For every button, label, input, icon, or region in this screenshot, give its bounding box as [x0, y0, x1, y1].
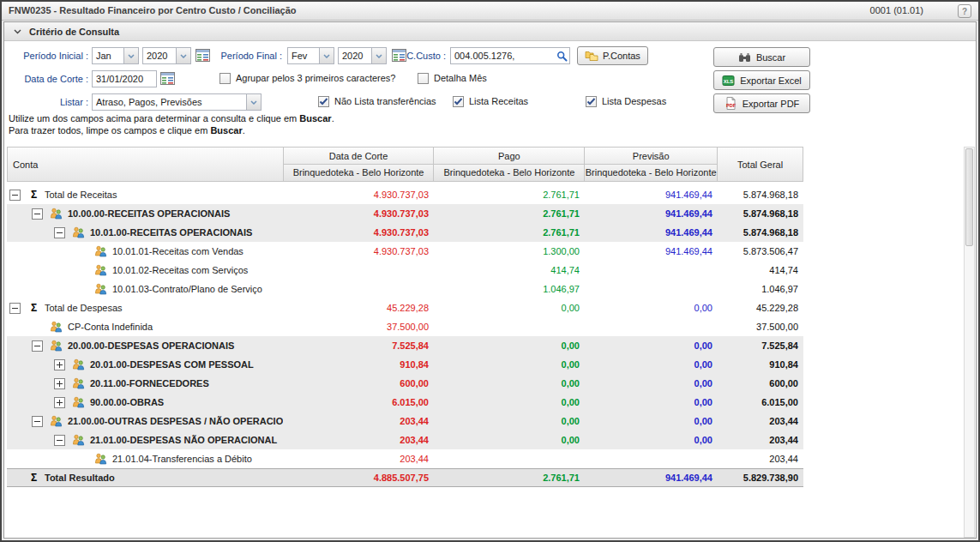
- table-header: Conta Data de Corte Brinquedoteka - Belo…: [7, 147, 803, 182]
- app-window: FNW0235 - Resultado Financeiro por Centr…: [0, 0, 980, 542]
- cell-total: 5.829.738,90: [718, 473, 803, 483]
- scrollbar-thumb[interactable]: [965, 148, 973, 246]
- people-icon: [94, 453, 108, 465]
- group-subtitle: Brinquedoteka - Belo Horizonte: [434, 165, 584, 181]
- collapse-icon[interactable]: [54, 227, 65, 238]
- cell-total: 37.500,00: [718, 322, 803, 332]
- cell-corte: 4.885.507,75: [283, 473, 434, 483]
- account-label: 21.01.04-Transferencias a Débito: [112, 454, 252, 464]
- account-label: Total Resultado: [45, 473, 115, 483]
- nao-lista-transferencias-label: Não Lista transferências: [334, 95, 436, 108]
- lista-despesas-checkbox[interactable]: [586, 96, 597, 107]
- cell-total: 203,44: [718, 435, 803, 445]
- expand-icon[interactable]: [54, 397, 65, 408]
- periodo-final-label: Período Final :: [220, 47, 282, 64]
- calendar-icon[interactable]: [160, 72, 175, 85]
- collapse-icon[interactable]: [32, 208, 43, 220]
- table-row[interactable]: 21.01.04-Transferencias a Débito203,4420…: [7, 449, 803, 468]
- collapse-icon[interactable]: [54, 435, 65, 446]
- periodo-inicial-year-select[interactable]: 2020: [142, 47, 191, 64]
- table-row[interactable]: 10.00.00-RECEITAS OPERACIONAIS4.930.737,…: [7, 204, 803, 223]
- table-row[interactable]: 10.01.02-Receitas com Serviços414,74414,…: [7, 261, 803, 280]
- detalha-mes-checkbox[interactable]: [418, 73, 429, 84]
- listar-select[interactable]: Atraso, Pagos, Previsões: [92, 93, 262, 111]
- group-title: Data de Corte: [284, 148, 434, 165]
- people-icon: [94, 245, 108, 257]
- data-corte-label: Data de Corte :: [6, 70, 88, 87]
- cell-previsao: 941.469,44: [585, 246, 718, 256]
- calendar-icon[interactable]: [195, 49, 210, 62]
- cell-previsao: 0,00: [585, 397, 718, 407]
- people-icon: [72, 377, 86, 389]
- magnifier-icon[interactable]: [556, 51, 568, 63]
- table-row[interactable]: 21.00.00-OUTRAS DESPESAS / NÃO OPERACIO.…: [7, 412, 803, 431]
- account-label: 20.01.00-DESPESAS COM PESSOAL: [90, 359, 254, 370]
- people-icon: [72, 396, 86, 408]
- collapse-icon[interactable]: [32, 340, 43, 352]
- column-group-data-de-corte[interactable]: Data de Corte Brinquedoteka - Belo Horiz…: [284, 148, 435, 181]
- table-row[interactable]: 21.01.00-DESPESAS NÃO OPERACIONAL203,440…: [7, 431, 803, 449]
- dropdown-arrow-icon[interactable]: [371, 48, 386, 63]
- column-group-pago[interactable]: Pago Brinquedoteka - Belo Horizonte: [434, 148, 585, 181]
- periodo-inicial-month-select[interactable]: Jan: [92, 47, 139, 64]
- instruction-line-1: Utilize um dos campos acima para determi…: [9, 113, 334, 123]
- cell-total: 45.229,28: [718, 303, 803, 313]
- cell-previsao: 0,00: [585, 359, 718, 370]
- pcontas-button[interactable]: P.Contas: [577, 46, 648, 65]
- table-row[interactable]: 10.01.00-RECEITAS OPERACIONAIS4.930.737,…: [7, 223, 803, 242]
- periodo-final-month-select[interactable]: Fev: [287, 47, 334, 64]
- column-group-previsao[interactable]: Previsão Brinquedoteka - Belo Horizonte: [585, 148, 718, 181]
- table-row[interactable]: 10.01.03-Contrato/Plano de Serviço1.046,…: [7, 280, 803, 298]
- dropdown-arrow-icon[interactable]: [123, 48, 138, 63]
- help-button[interactable]: ?: [958, 4, 971, 18]
- dropdown-arrow-icon[interactable]: [319, 48, 334, 63]
- table-row[interactable]: ΣTotal Resultado4.885.507,752.761,71941.…: [7, 468, 803, 487]
- account-label: CP-Conta Indefinida: [68, 322, 153, 332]
- periodo-final-year-select[interactable]: 2020: [338, 47, 387, 64]
- criteria-panel-header[interactable]: Critério de Consulta: [4, 22, 976, 41]
- lista-receitas-label: Lista Receitas: [469, 95, 528, 108]
- cell-pago: 2.761,71: [434, 473, 585, 483]
- buscar-button-label: Buscar: [756, 52, 785, 63]
- collapse-icon[interactable]: [9, 190, 21, 201]
- nao-lista-transferencias-checkbox[interactable]: [318, 96, 329, 107]
- cell-total: 5.874.968,18: [718, 208, 803, 219]
- cell-pago: 0,00: [434, 378, 585, 388]
- data-corte-input[interactable]: [93, 71, 156, 87]
- table-row[interactable]: 20.01.00-DESPESAS COM PESSOAL910,840,000…: [7, 355, 803, 374]
- cell-previsao: 0,00: [585, 340, 718, 351]
- window-code: 0001 (01.01): [870, 5, 923, 15]
- buscar-button[interactable]: Buscar: [713, 47, 810, 67]
- cell-total: 1.046,97: [718, 284, 803, 294]
- collapse-icon[interactable]: [32, 416, 43, 427]
- lista-receitas-checkbox[interactable]: [453, 96, 464, 107]
- svg-text:XLS: XLS: [724, 78, 734, 83]
- people-icon: [50, 208, 63, 220]
- table-row[interactable]: ΣTotal de Receitas4.930.737,032.761,7194…: [7, 185, 803, 204]
- ccusto-field: [450, 47, 570, 64]
- cell-previsao: 941.469,44: [585, 190, 718, 200]
- table-row[interactable]: 10.01.01-Receitas com Vendas4.930.737,03…: [7, 242, 803, 261]
- dropdown-arrow-icon[interactable]: [246, 94, 261, 110]
- table-row[interactable]: 20.11.00-FORNECEDORES600,000,000,00600,0…: [7, 374, 803, 393]
- vertical-scrollbar[interactable]: [964, 147, 975, 538]
- ccusto-input[interactable]: [451, 48, 569, 63]
- column-header-total-geral[interactable]: Total Geral: [718, 148, 803, 181]
- collapse-icon[interactable]: [9, 303, 21, 314]
- expand-icon[interactable]: [54, 359, 65, 370]
- exportar-pdf-button[interactable]: PDF Exportar PDF: [713, 93, 810, 113]
- table-row[interactable]: 90.00.00-OBRAS6.015,000,000,006.015,00: [7, 393, 803, 412]
- expand-icon[interactable]: [54, 378, 65, 389]
- dropdown-arrow-icon[interactable]: [176, 48, 190, 63]
- table-row[interactable]: ΣTotal de Despesas45.229,280,000,0045.22…: [7, 298, 803, 317]
- table-row[interactable]: 20.00.00-DESPESAS OPERACIONAIS7.525,840,…: [7, 336, 803, 355]
- table-row[interactable]: CP-Conta Indefinida37.500,0037.500,00: [7, 317, 803, 336]
- agrupar-checkbox[interactable]: [219, 73, 231, 84]
- periodo-inicial-label: Período Inicial :: [6, 47, 88, 64]
- column-header-conta[interactable]: Conta: [8, 148, 284, 181]
- page-title: FNW0235 - Resultado Financeiro por Centr…: [9, 5, 297, 15]
- cell-total: 600,00: [718, 378, 803, 388]
- cell-total: 203,44: [718, 454, 803, 464]
- detalha-mes-checkbox-label: Detalha Mês: [434, 72, 487, 85]
- exportar-excel-button[interactable]: XLS Exportar Excel: [713, 70, 810, 90]
